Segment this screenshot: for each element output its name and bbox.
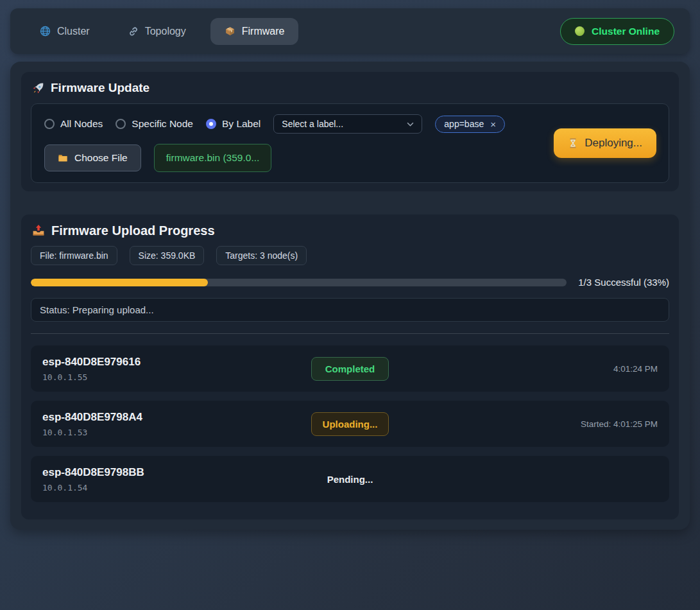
tab-firmware[interactable]: Firmware xyxy=(210,18,299,45)
chevron-down-icon xyxy=(407,122,414,126)
firmware-update-panel: Firmware Update All Nodes Specific Node … xyxy=(21,72,679,191)
choose-file-button[interactable]: Choose File xyxy=(44,144,141,171)
progress-bar xyxy=(31,279,567,286)
radio-label: All Nodes xyxy=(60,118,103,130)
node-name: esp-840D8E9798BB xyxy=(42,466,327,479)
radio-dot[interactable] xyxy=(115,119,126,129)
folder-icon xyxy=(58,153,68,163)
top-navbar: Cluster Topology Firmware Cluster Online xyxy=(10,8,690,54)
node-ip: 10.0.1.54 xyxy=(42,483,327,492)
node-ip: 10.0.1.53 xyxy=(42,428,311,437)
nav-tabs: Cluster Topology Firmware xyxy=(26,18,298,45)
radio-dot[interactable] xyxy=(44,119,55,129)
tab-topology[interactable]: Topology xyxy=(114,18,200,45)
node-status: Uploading... xyxy=(311,412,389,436)
deploy-button[interactable]: Deploying... xyxy=(554,128,656,158)
firmware-update-title: Firmware Update xyxy=(32,80,669,96)
file-name-badge: File: firmware.bin xyxy=(31,246,117,265)
node-ip: 10.0.1.55 xyxy=(42,372,311,382)
radio-dot[interactable] xyxy=(206,119,216,129)
deploy-button-label: Deploying... xyxy=(585,137,642,150)
node-time: Started: 4:01:25 PM xyxy=(389,419,658,429)
deploy-controls-box: All Nodes Specific Node By Label Select … xyxy=(31,103,669,183)
upload-progress-panel: Firmware Upload Progress File: firmware.… xyxy=(21,214,679,519)
node-time: 4:01:24 PM xyxy=(389,364,658,374)
cluster-online-badge: Cluster Online xyxy=(560,18,674,45)
choose-file-label: Choose File xyxy=(74,152,128,164)
radio-by-label[interactable]: By Label xyxy=(206,118,260,130)
file-size-badge: Size: 359.0KB xyxy=(130,246,205,265)
radio-label: By Label xyxy=(222,118,260,130)
progress-label: 1/3 Successful (33%) xyxy=(578,277,669,288)
tab-cluster[interactable]: Cluster xyxy=(26,18,104,45)
radio-all-nodes[interactable]: All Nodes xyxy=(44,118,103,130)
select-placeholder: Select a label... xyxy=(282,119,343,129)
panel-title-text: Firmware Update xyxy=(51,80,149,96)
upload-progress-title: Firmware Upload Progress xyxy=(32,223,669,238)
divider xyxy=(31,333,669,334)
link-icon xyxy=(128,26,139,37)
node-info: esp-840D8E9798A4 10.0.1.53 xyxy=(42,411,311,437)
rocket-icon xyxy=(32,82,44,94)
green-dot-icon xyxy=(575,26,585,36)
status-box: Status: Preparing upload... xyxy=(31,298,669,322)
tab-label: Firmware xyxy=(242,26,285,37)
node-name: esp-840D8E9798A4 xyxy=(42,411,311,424)
progress-fill xyxy=(31,279,208,286)
node-info: esp-840D8E9798BB 10.0.1.54 xyxy=(42,466,327,492)
node-status: Completed xyxy=(311,357,389,381)
globe-icon xyxy=(40,26,51,37)
file-info-badges: File: firmware.bin Size: 359.0KB Targets… xyxy=(31,246,669,265)
label-tag-text: app=base xyxy=(444,119,484,129)
node-row: esp-840D8E9798BB 10.0.1.54 Pending... xyxy=(31,456,669,502)
node-row: esp-840D8E979616 10.0.1.55 Completed 4:0… xyxy=(31,345,669,392)
hourglass-icon xyxy=(568,138,578,148)
outbox-tray-icon xyxy=(32,224,45,237)
node-name: esp-840D8E979616 xyxy=(42,356,311,369)
main-container: Firmware Update All Nodes Specific Node … xyxy=(10,62,690,530)
progress-row: 1/3 Successful (33%) xyxy=(31,277,669,288)
panel-title-text: Firmware Upload Progress xyxy=(51,223,215,238)
targets-badge: Targets: 3 node(s) xyxy=(216,246,307,265)
node-status: Pending... xyxy=(327,474,373,485)
tab-label: Topology xyxy=(145,26,186,37)
node-info: esp-840D8E979616 10.0.1.55 xyxy=(42,356,311,382)
cluster-online-label: Cluster Online xyxy=(592,26,660,37)
radio-specific-node[interactable]: Specific Node xyxy=(115,118,193,130)
remove-tag-icon[interactable]: × xyxy=(490,119,496,130)
radio-label: Specific Node xyxy=(132,118,193,130)
label-select-dropdown[interactable]: Select a label... xyxy=(273,114,422,134)
selected-file-chip: firmware.bin (359.0... xyxy=(154,144,272,172)
tab-label: Cluster xyxy=(57,26,90,37)
package-icon xyxy=(225,26,235,37)
node-row: esp-840D8E9798A4 10.0.1.53 Uploading... … xyxy=(31,401,669,447)
label-tag-app-base[interactable]: app=base × xyxy=(435,116,505,133)
